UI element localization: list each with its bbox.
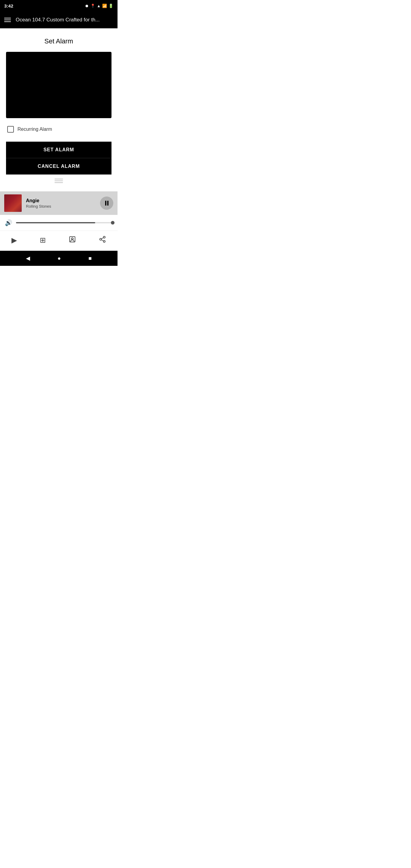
pause-button[interactable]: [100, 196, 113, 210]
page-title: Set Alarm: [6, 37, 112, 45]
cancel-alarm-button[interactable]: CANCEL ALARM: [6, 158, 112, 175]
location-icon: 📍: [90, 4, 95, 8]
main-content: Set Alarm Recurring Alarm SET ALARM CANC…: [0, 28, 118, 191]
svg-line-5: [101, 240, 104, 241]
toolbar: Ocean 104.7 Custom Crafted for th...: [0, 11, 118, 28]
contacts-icon: [69, 236, 76, 245]
play-icon: ▶: [11, 236, 17, 244]
battery-icon: 🔋: [108, 4, 113, 8]
track-info: Angie Rolling Stones: [26, 198, 96, 209]
pause-icon: [105, 201, 108, 206]
signal-icon: 📶: [102, 4, 107, 8]
status-icons: ⏺ 📍 ▲ 📶 🔋: [85, 4, 113, 8]
progress-dot: [111, 221, 115, 224]
track-title: Angie: [26, 198, 96, 204]
wifi-icon: ▲: [97, 4, 101, 8]
svg-point-1: [71, 238, 73, 240]
drag-handle: [6, 175, 112, 185]
share-icon: [99, 236, 106, 245]
status-bar: 3:42 ⏺ 📍 ▲ 📶 🔋: [0, 0, 118, 11]
svg-point-4: [103, 241, 105, 242]
recurring-alarm-checkbox[interactable]: [7, 126, 14, 133]
set-alarm-button[interactable]: SET ALARM: [6, 142, 112, 158]
grid-icon: ⊞: [40, 236, 46, 244]
progress-bar[interactable]: [16, 222, 113, 223]
back-button[interactable]: ◀: [26, 255, 30, 261]
volume-row: 🔊: [0, 215, 118, 230]
recents-button[interactable]: ■: [88, 255, 92, 261]
svg-point-3: [100, 239, 101, 240]
status-time: 3:42: [4, 3, 13, 8]
drag-handle-lines: [55, 179, 63, 183]
track-artist: Rolling Stones: [26, 204, 96, 209]
volume-icon: 🔊: [5, 219, 12, 226]
progress-bar-fill: [16, 222, 95, 223]
bottom-nav: ▶ ⊞: [0, 230, 118, 251]
time-picker[interactable]: [6, 52, 112, 118]
toolbar-title: Ocean 104.7 Custom Crafted for th...: [16, 17, 100, 23]
volume-icon-wrap: 🔊: [5, 219, 12, 226]
svg-line-6: [101, 238, 104, 239]
hamburger-menu-button[interactable]: [4, 18, 11, 22]
now-playing-bar: Angie Rolling Stones: [0, 191, 118, 215]
grid-nav-item[interactable]: ⊞: [35, 234, 51, 246]
play-nav-item[interactable]: ▶: [7, 234, 22, 246]
recurring-alarm-label: Recurring Alarm: [18, 127, 52, 132]
recurring-alarm-row: Recurring Alarm: [6, 126, 112, 133]
home-button[interactable]: ●: [58, 255, 61, 261]
contacts-nav-item[interactable]: [64, 234, 81, 247]
share-nav-item[interactable]: [94, 234, 111, 247]
album-art: [4, 194, 22, 212]
system-nav-bar: ◀ ● ■: [0, 251, 118, 266]
album-art-inner: [4, 194, 22, 212]
record-icon: ⏺: [85, 4, 89, 8]
svg-point-2: [103, 236, 105, 238]
